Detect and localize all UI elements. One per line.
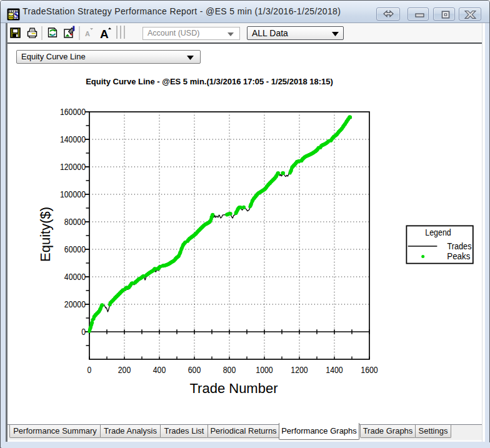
svg-text:1000: 1000	[256, 365, 273, 375]
svg-text:40000: 40000	[64, 272, 86, 282]
svg-text:1400: 1400	[326, 365, 343, 375]
svg-text:60000: 60000	[64, 244, 86, 254]
svg-text:80000: 80000	[64, 217, 86, 227]
svg-text:400: 400	[153, 365, 166, 375]
svg-text:A: A	[100, 27, 109, 41]
svg-text:600: 600	[188, 365, 201, 375]
svg-text:$: $	[14, 10, 19, 20]
svg-text:Trade Number: Trade Number	[189, 381, 278, 396]
svg-text:120000: 120000	[60, 162, 86, 172]
svg-text:Peaks: Peaks	[447, 251, 470, 261]
svg-text:800: 800	[223, 365, 236, 375]
svg-text:1600: 1600	[361, 365, 378, 375]
svg-text:200: 200	[118, 365, 131, 375]
svg-text:A: A	[85, 30, 90, 37]
svg-text:160000: 160000	[60, 107, 86, 117]
svg-text:Trades: Trades	[448, 241, 472, 251]
svg-text:Legend: Legend	[425, 227, 451, 237]
svg-text:100000: 100000	[60, 189, 86, 199]
svg-text:140000: 140000	[60, 134, 86, 144]
svg-text:Equity($): Equity($)	[38, 207, 53, 262]
svg-text:20000: 20000	[64, 299, 86, 309]
svg-text:0: 0	[88, 365, 92, 375]
svg-text:0: 0	[81, 327, 86, 337]
svg-text:1200: 1200	[291, 365, 308, 375]
